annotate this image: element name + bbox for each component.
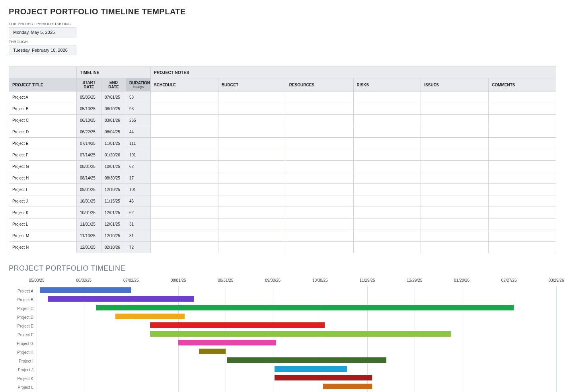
cell-risks[interactable]: [353, 230, 421, 242]
cell-end-date[interactable]: 11/15/25: [101, 195, 126, 207]
cell-resources[interactable]: [286, 195, 353, 207]
cell-risks[interactable]: [353, 149, 421, 161]
cell-resources[interactable]: [286, 207, 353, 218]
cell-end-date[interactable]: 11/01/25: [101, 138, 126, 149]
cell-budget[interactable]: [218, 138, 286, 149]
cell-start-date[interactable]: 11/01/25: [77, 218, 101, 230]
cell-end-date[interactable]: 12/10/25: [101, 184, 126, 195]
cell-budget[interactable]: [218, 242, 286, 253]
cell-risks[interactable]: [353, 184, 421, 195]
cell-budget[interactable]: [218, 207, 286, 218]
cell-risks[interactable]: [353, 242, 421, 253]
cell-budget[interactable]: [218, 115, 286, 126]
cell-comments[interactable]: [489, 218, 556, 230]
cell-resources[interactable]: [286, 218, 353, 230]
cell-issues[interactable]: [421, 230, 489, 242]
cell-start-date[interactable]: 10/01/25: [77, 195, 101, 207]
cell-project-title[interactable]: Project I: [9, 184, 77, 195]
cell-end-date[interactable]: 01/20/26: [101, 149, 126, 161]
cell-issues[interactable]: [421, 161, 489, 172]
cell-end-date[interactable]: 12/10/25: [101, 230, 126, 242]
cell-issues[interactable]: [421, 115, 489, 126]
cell-budget[interactable]: [218, 103, 286, 115]
cell-start-date[interactable]: 10/01/25: [77, 207, 101, 218]
cell-end-date[interactable]: 03/01/26: [101, 115, 126, 126]
cell-start-date[interactable]: 05/05/25: [77, 92, 101, 103]
cell-risks[interactable]: [353, 172, 421, 184]
cell-project-title[interactable]: Project K: [9, 207, 77, 218]
cell-schedule[interactable]: [151, 218, 218, 230]
cell-end-date[interactable]: 12/01/25: [101, 218, 126, 230]
cell-project-title[interactable]: Project F: [9, 149, 77, 161]
cell-start-date[interactable]: 08/14/25: [77, 172, 101, 184]
cell-budget[interactable]: [218, 172, 286, 184]
cell-start-date[interactable]: 06/10/25: [77, 115, 101, 126]
cell-risks[interactable]: [353, 207, 421, 218]
cell-risks[interactable]: [353, 138, 421, 149]
cell-issues[interactable]: [421, 218, 489, 230]
cell-end-date[interactable]: 08/04/25: [101, 126, 126, 138]
cell-end-date[interactable]: 10/01/25: [101, 161, 126, 172]
cell-schedule[interactable]: [151, 126, 218, 138]
cell-resources[interactable]: [286, 126, 353, 138]
cell-resources[interactable]: [286, 115, 353, 126]
cell-comments[interactable]: [489, 103, 556, 115]
cell-comments[interactable]: [489, 230, 556, 242]
cell-comments[interactable]: [489, 138, 556, 149]
cell-budget[interactable]: [218, 230, 286, 242]
cell-issues[interactable]: [421, 149, 489, 161]
cell-issues[interactable]: [421, 92, 489, 103]
cell-project-title[interactable]: Project L: [9, 218, 77, 230]
cell-project-title[interactable]: Project N: [9, 242, 77, 253]
cell-project-title[interactable]: Project E: [9, 138, 77, 149]
cell-schedule[interactable]: [151, 184, 218, 195]
cell-schedule[interactable]: [151, 138, 218, 149]
cell-end-date[interactable]: 08/10/25: [101, 103, 126, 115]
cell-start-date[interactable]: 08/01/25: [77, 161, 101, 172]
cell-issues[interactable]: [421, 207, 489, 218]
cell-start-date[interactable]: 09/01/25: [77, 184, 101, 195]
cell-comments[interactable]: [489, 126, 556, 138]
cell-risks[interactable]: [353, 126, 421, 138]
cell-risks[interactable]: [353, 218, 421, 230]
cell-resources[interactable]: [286, 92, 353, 103]
cell-risks[interactable]: [353, 115, 421, 126]
cell-resources[interactable]: [286, 242, 353, 253]
cell-project-title[interactable]: Project G: [9, 161, 77, 172]
cell-budget[interactable]: [218, 149, 286, 161]
cell-budget[interactable]: [218, 184, 286, 195]
cell-schedule[interactable]: [151, 115, 218, 126]
cell-project-title[interactable]: Project C: [9, 115, 77, 126]
cell-schedule[interactable]: [151, 207, 218, 218]
cell-resources[interactable]: [286, 103, 353, 115]
cell-issues[interactable]: [421, 138, 489, 149]
cell-issues[interactable]: [421, 242, 489, 253]
cell-resources[interactable]: [286, 184, 353, 195]
cell-schedule[interactable]: [151, 195, 218, 207]
period-start-input[interactable]: Monday, May 5, 2025: [9, 27, 76, 37]
cell-project-title[interactable]: Project H: [9, 172, 77, 184]
cell-end-date[interactable]: 12/01/25: [101, 207, 126, 218]
cell-budget[interactable]: [218, 126, 286, 138]
cell-start-date[interactable]: 07/14/25: [77, 149, 101, 161]
cell-schedule[interactable]: [151, 161, 218, 172]
cell-comments[interactable]: [489, 207, 556, 218]
cell-comments[interactable]: [489, 115, 556, 126]
cell-risks[interactable]: [353, 103, 421, 115]
cell-budget[interactable]: [218, 161, 286, 172]
cell-end-date[interactable]: 08/30/25: [101, 172, 126, 184]
cell-issues[interactable]: [421, 195, 489, 207]
cell-issues[interactable]: [421, 126, 489, 138]
cell-schedule[interactable]: [151, 92, 218, 103]
cell-start-date[interactable]: 05/10/25: [77, 103, 101, 115]
cell-start-date[interactable]: 07/14/25: [77, 138, 101, 149]
cell-risks[interactable]: [353, 195, 421, 207]
cell-risks[interactable]: [353, 161, 421, 172]
cell-project-title[interactable]: Project A: [9, 92, 77, 103]
cell-project-title[interactable]: Project B: [9, 103, 77, 115]
cell-start-date[interactable]: 06/22/25: [77, 126, 101, 138]
cell-comments[interactable]: [489, 242, 556, 253]
cell-schedule[interactable]: [151, 242, 218, 253]
cell-project-title[interactable]: Project M: [9, 230, 77, 242]
cell-issues[interactable]: [421, 103, 489, 115]
